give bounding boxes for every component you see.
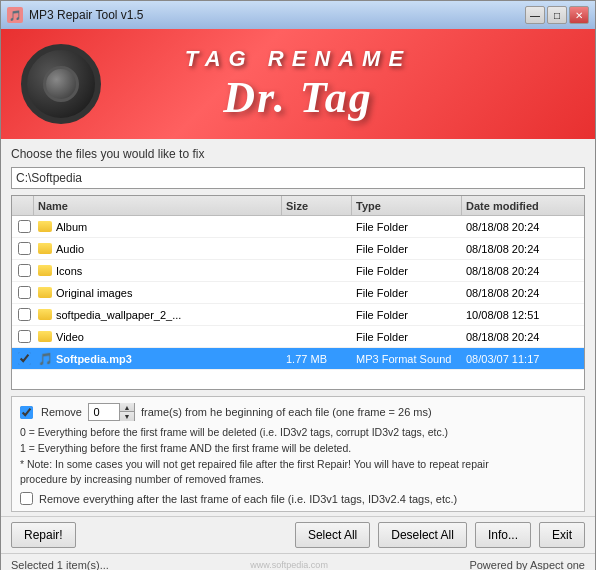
- folder-icon: [38, 221, 52, 232]
- remove-last-label: Remove everything after the last frame o…: [39, 493, 457, 505]
- file-type: File Folder: [352, 243, 462, 255]
- file-name: Album: [56, 221, 87, 233]
- frame-text: frame(s) from he beginning of each file …: [141, 406, 432, 418]
- close-button[interactable]: ✕: [569, 6, 589, 24]
- info-line: * Note: In some cases you will not get r…: [20, 457, 576, 473]
- folder-icon: [38, 309, 52, 320]
- table-row[interactable]: VideoFile Folder08/18/08 20:24: [12, 326, 584, 348]
- col-type: Type: [352, 196, 462, 215]
- table-row[interactable]: IconsFile Folder08/18/08 20:24: [12, 260, 584, 282]
- speaker-icon: [21, 44, 101, 124]
- file-list-container: Name Size Type Date modified AlbumFile F…: [11, 195, 585, 390]
- frame-input[interactable]: [89, 404, 119, 420]
- remove-last-row: Remove everything after the last frame o…: [20, 492, 576, 505]
- title-bar-text: MP3 Repair Tool v1.5: [29, 8, 525, 22]
- remove-checkbox[interactable]: [20, 406, 33, 419]
- file-type: File Folder: [352, 221, 462, 233]
- table-row[interactable]: Original imagesFile Folder08/18/08 20:24: [12, 282, 584, 304]
- folder-icon: [38, 265, 52, 276]
- row-checkbox[interactable]: [18, 286, 31, 299]
- col-size: Size: [282, 196, 352, 215]
- col-name: Name: [34, 196, 282, 215]
- table-row[interactable]: AudioFile Folder08/18/08 20:24: [12, 238, 584, 260]
- main-window: 🎵 MP3 Repair Tool v1.5 — □ ✕ TAG RENAME …: [0, 0, 596, 570]
- status-left: Selected 1 item(s)...: [11, 559, 109, 571]
- table-row[interactable]: softpedia_wallpaper_2_...File Folder10/0…: [12, 304, 584, 326]
- table-row[interactable]: AlbumFile Folder08/18/08 20:24: [12, 216, 584, 238]
- remove-label: Remove: [41, 406, 82, 418]
- info-text: 0 = Everything before the first frame wi…: [20, 425, 576, 488]
- title-bar-buttons: — □ ✕: [525, 6, 589, 24]
- file-list-body[interactable]: AlbumFile Folder08/18/08 20:24AudioFile …: [12, 216, 584, 390]
- spinner-buttons: ▲ ▼: [119, 403, 134, 421]
- info-line: 1 = Everything before the first frame AN…: [20, 441, 576, 457]
- file-name: Softpedia.mp3: [56, 353, 132, 365]
- path-value: C:\Softpedia: [16, 171, 82, 185]
- repair-button[interactable]: Repair!: [11, 522, 76, 548]
- content-area: Choose the files you would like to fix C…: [1, 139, 595, 516]
- file-date: 08/18/08 20:24: [462, 331, 582, 343]
- file-date: 10/08/08 12:51: [462, 309, 582, 321]
- banner-dr-tag: Dr. Tag: [185, 72, 411, 123]
- info-button[interactable]: Info...: [475, 522, 531, 548]
- banner-text: TAG RENAME Dr. Tag: [185, 46, 411, 123]
- info-line: procedure by increasing number of remove…: [20, 472, 576, 488]
- file-type: MP3 Format Sound: [352, 353, 462, 365]
- row-checkbox[interactable]: [18, 308, 31, 321]
- choose-label: Choose the files you would like to fix: [11, 147, 585, 161]
- spinner-up-button[interactable]: ▲: [120, 403, 134, 412]
- banner: TAG RENAME Dr. Tag: [1, 29, 595, 139]
- maximize-button[interactable]: □: [547, 6, 567, 24]
- frame-spinner[interactable]: ▲ ▼: [88, 403, 135, 421]
- remove-last-checkbox[interactable]: [20, 492, 33, 505]
- file-name: Icons: [56, 265, 82, 277]
- table-row[interactable]: 🎵Softpedia.mp31.77 MBMP3 Format Sound08/…: [12, 348, 584, 370]
- remove-frames-row: Remove ▲ ▼ frame(s) from he beginning of…: [20, 403, 576, 421]
- spinner-down-button[interactable]: ▼: [120, 412, 134, 421]
- status-bar: Selected 1 item(s)... www.softpedia.com …: [1, 553, 595, 570]
- file-name: Original images: [56, 287, 132, 299]
- file-date: 08/18/08 20:24: [462, 287, 582, 299]
- row-checkbox[interactable]: [18, 264, 31, 277]
- file-type: File Folder: [352, 287, 462, 299]
- file-size: 1.77 MB: [282, 353, 352, 365]
- col-check: [14, 196, 34, 215]
- file-date: 08/18/08 20:24: [462, 243, 582, 255]
- file-type: File Folder: [352, 309, 462, 321]
- file-list-header: Name Size Type Date modified: [12, 196, 584, 216]
- col-date: Date modified: [462, 196, 582, 215]
- file-date: 08/18/08 20:24: [462, 221, 582, 233]
- file-type: File Folder: [352, 331, 462, 343]
- file-date: 08/03/07 11:17: [462, 353, 582, 365]
- file-name: Video: [56, 331, 84, 343]
- app-icon: 🎵: [7, 7, 23, 23]
- folder-icon: [38, 287, 52, 298]
- folder-icon: [38, 243, 52, 254]
- row-checkbox[interactable]: [18, 330, 31, 343]
- bottom-bar: Repair! Select All Deselect All Info... …: [1, 516, 595, 553]
- status-right: Powered by Aspect one: [469, 559, 585, 571]
- banner-tag-rename: TAG RENAME: [185, 46, 411, 72]
- file-name: Audio: [56, 243, 84, 255]
- mp3-file-icon: 🎵: [38, 352, 52, 366]
- minimize-button[interactable]: —: [525, 6, 545, 24]
- file-name: softpedia_wallpaper_2_...: [56, 309, 181, 321]
- deselect-all-button[interactable]: Deselect All: [378, 522, 467, 548]
- select-all-button[interactable]: Select All: [295, 522, 370, 548]
- folder-icon: [38, 331, 52, 342]
- row-checkbox[interactable]: [18, 220, 31, 233]
- info-line: 0 = Everything before the first frame wi…: [20, 425, 576, 441]
- file-type: File Folder: [352, 265, 462, 277]
- file-date: 08/18/08 20:24: [462, 265, 582, 277]
- row-checkbox[interactable]: [18, 242, 31, 255]
- options-area: Remove ▲ ▼ frame(s) from he beginning of…: [11, 396, 585, 512]
- exit-button[interactable]: Exit: [539, 522, 585, 548]
- title-bar: 🎵 MP3 Repair Tool v1.5 — □ ✕: [1, 1, 595, 29]
- watermark: www.softpedia.com: [250, 560, 328, 570]
- row-checkbox[interactable]: [18, 352, 31, 365]
- path-bar[interactable]: C:\Softpedia: [11, 167, 585, 189]
